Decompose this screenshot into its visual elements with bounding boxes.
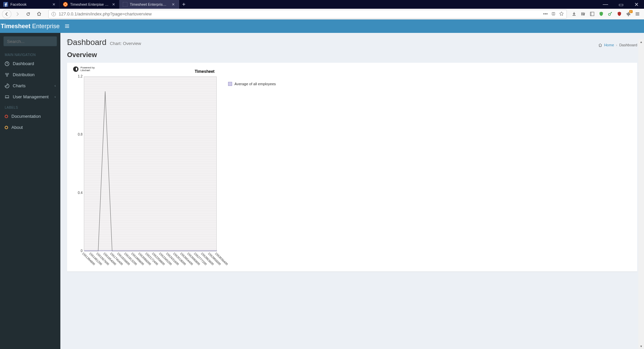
app-menu-icon[interactable] [635, 11, 640, 16]
nav-home-button[interactable] [34, 10, 44, 18]
page-subtitle: Chart: Overview [110, 41, 141, 46]
sidebar-item-dashboard[interactable]: Dashboard [0, 58, 60, 69]
url-bar[interactable]: ••• [48, 10, 567, 18]
chart-x-ticks: 1551394800155148120015515676001551654000… [84, 252, 217, 265]
sidebar-item-label: Charts [13, 83, 25, 88]
browser-toolbar: ••• [0, 9, 644, 19]
distribution-icon [5, 72, 9, 77]
charts-icon [5, 84, 9, 88]
extension-shield-icon[interactable] [599, 11, 604, 16]
chart-y-tick: 0.8 [70, 133, 83, 136]
chart-y-tick: 0 [70, 249, 83, 253]
laptop-icon [5, 95, 9, 99]
page-title: Dashboard Chart: Overview [67, 38, 141, 47]
sidebar-toggle-button[interactable] [60, 19, 74, 33]
svg-rect-14 [84, 250, 217, 251]
chart-legend: Average of all employees [228, 82, 276, 86]
breadcrumb-home[interactable]: Home [604, 43, 614, 47]
browser-tab-label: Timesheet Enterpise / Code / [ [70, 2, 109, 6]
extension-key-icon[interactable] [608, 11, 613, 16]
vertical-scrollbar[interactable]: ▴ ▾ [638, 39, 644, 349]
nav-reload-button[interactable] [23, 10, 33, 18]
search-input[interactable] [4, 37, 67, 46]
chart-line [84, 77, 217, 251]
blank-favicon-icon [123, 2, 127, 7]
nav-forward-button[interactable] [13, 10, 22, 18]
nav-back-button[interactable] [2, 10, 11, 18]
label-dot-icon [5, 115, 8, 118]
svg-point-12 [6, 75, 8, 77]
svg-point-5 [53, 13, 54, 13]
sidebar-item-label: Distribution [13, 72, 35, 77]
timesheet-chart: Powered by Libchart Timesheet Average of… [70, 66, 339, 265]
sidebar-item-distribution[interactable]: Distribution [0, 69, 60, 80]
legend-swatch-icon [228, 82, 232, 86]
chevron-left-icon: ‹ [55, 84, 56, 88]
svg-rect-13 [5, 96, 9, 98]
app-topbar: Timesheet Enterprise [0, 19, 644, 33]
browser-tab-sourceforge[interactable]: Timesheet Enterpise / Code / [ ✕ [60, 0, 119, 9]
bookmark-star-icon[interactable] [559, 11, 564, 16]
browser-tab-label: Timesheet Enterprise | Dashboard [130, 2, 168, 6]
sidebar-item-about[interactable]: About [0, 122, 60, 133]
url-input[interactable] [59, 11, 540, 16]
window-controls: — ▭ ✕ [598, 0, 644, 9]
dashboard-icon [5, 61, 9, 66]
chart-y-tick: 1.2 [70, 74, 83, 78]
legend-label: Average of all employees [234, 82, 276, 86]
label-dot-icon [5, 126, 8, 129]
downloads-icon[interactable] [572, 11, 577, 16]
tab-close-icon[interactable]: ✕ [111, 2, 116, 7]
sidebar-item-label: User Management [13, 94, 49, 99]
window-minimize-button[interactable]: — [598, 0, 613, 9]
app-logo[interactable]: Timesheet Enterprise [0, 19, 60, 33]
breadcrumb: Home › Dashboard [598, 43, 637, 47]
browser-tabs: Facebook ✕ Timesheet Enterpise / Code / … [0, 0, 598, 9]
app-root: Timesheet Enterprise MAIN NAVIGATION Das… [0, 19, 644, 349]
browser-tab-label: Facebook [10, 2, 49, 6]
svg-rect-2 [123, 2, 127, 7]
sidebar-item-label: About [11, 125, 23, 130]
site-info-icon[interactable] [51, 12, 56, 16]
sidebar: MAIN NAVIGATION Dashboard Distribution C… [0, 19, 60, 349]
content: Dashboard Chart: Overview Home › Dashboa… [60, 19, 644, 349]
chart-y-tick: 0.4 [70, 191, 83, 195]
chart-plot-area [84, 77, 217, 251]
tab-close-icon[interactable]: ✕ [51, 2, 56, 7]
scroll-down-icon[interactable]: ▾ [638, 343, 644, 349]
window-maximize-button[interactable]: ▭ [613, 0, 629, 9]
chevron-left-icon: ‹ [55, 95, 56, 99]
tab-close-icon[interactable]: ✕ [171, 2, 175, 7]
extension-puzzle-icon[interactable] [626, 11, 631, 16]
window-close-button[interactable]: ✕ [629, 0, 644, 9]
browser-titlebar: Facebook ✕ Timesheet Enterpise / Code / … [0, 0, 644, 9]
home-icon [598, 43, 602, 47]
sidebar-item-label: Dashboard [13, 61, 34, 66]
library-icon[interactable] [581, 11, 586, 16]
sidebar-item-documentation[interactable]: Documentation [0, 111, 60, 122]
page-header: Dashboard Chart: Overview Home › Dashboa… [60, 33, 644, 49]
svg-rect-4 [53, 14, 54, 15]
sidebar-item-label: Documentation [11, 114, 41, 119]
facebook-icon [3, 2, 8, 7]
page-actions-icon[interactable]: ••• [543, 11, 548, 16]
nav-header: MAIN NAVIGATION [0, 50, 60, 58]
extension-ublock-icon[interactable] [617, 11, 622, 16]
sidebar-search[interactable] [3, 36, 57, 46]
breadcrumb-current: Dashboard [619, 43, 637, 47]
browser-tab-active[interactable]: Timesheet Enterprise | Dashboard ✕ [119, 0, 179, 9]
browser-tab-facebook[interactable]: Facebook ✕ [0, 0, 60, 9]
sidebar-item-charts[interactable]: Charts ‹ [0, 80, 60, 91]
svg-rect-7 [590, 12, 592, 16]
scroll-up-icon[interactable]: ▴ [638, 39, 644, 45]
breadcrumb-separator: › [616, 43, 618, 47]
chart-card: Powered by Libchart Timesheet Average of… [67, 63, 637, 271]
toolbar-right [572, 11, 642, 16]
sourceforge-icon [63, 2, 68, 7]
reader-icon[interactable] [551, 11, 556, 16]
sidebar-item-user-management[interactable]: User Management ‹ [0, 91, 60, 102]
chart-title: Timesheet [70, 69, 339, 74]
sidebar-toggle-icon[interactable] [590, 11, 595, 16]
section-title: Overview [60, 49, 644, 63]
new-tab-button[interactable]: + [179, 0, 189, 9]
